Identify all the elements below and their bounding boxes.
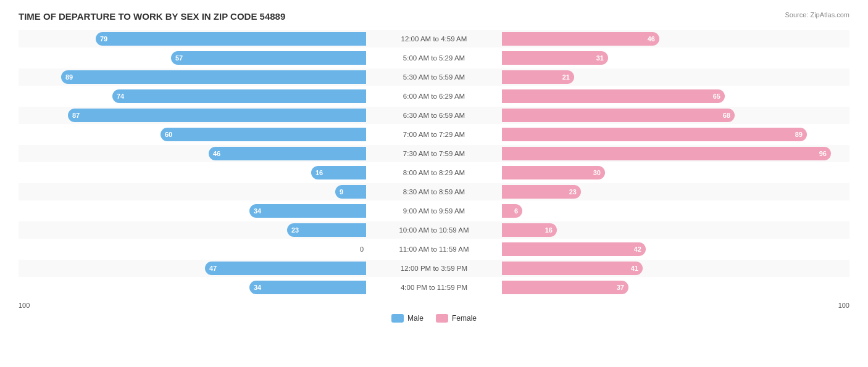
female-bar-section: 65 bbox=[502, 89, 849, 103]
male-value-label: 46 bbox=[209, 150, 220, 157]
female-bar: 21 bbox=[502, 70, 574, 84]
female-value-label: 65 bbox=[713, 93, 725, 100]
male-bar-section: 34 bbox=[19, 204, 366, 218]
time-label: 7:30 AM to 7:59 AM bbox=[366, 150, 502, 157]
legend-female-label: Female bbox=[452, 314, 477, 323]
axis-row: 100 100 bbox=[19, 302, 849, 309]
legend-row: Male Female bbox=[19, 314, 849, 323]
male-bar-section: 46 bbox=[19, 147, 366, 160]
female-bar-section: 41 bbox=[502, 262, 849, 275]
table-row: 467:30 AM to 7:59 AM96 bbox=[19, 145, 849, 162]
legend-female-swatch bbox=[436, 314, 448, 323]
time-label: 8:30 AM to 8:59 AM bbox=[366, 188, 502, 196]
table-row: 7912:00 AM to 4:59 AM46 bbox=[19, 30, 849, 47]
time-label: 6:00 AM to 6:29 AM bbox=[366, 93, 502, 100]
time-label: 4:00 PM to 11:59 PM bbox=[366, 284, 502, 291]
legend-male: Male bbox=[391, 314, 424, 323]
female-bar-section: 96 bbox=[502, 147, 849, 160]
female-bar: 68 bbox=[502, 109, 735, 122]
female-bar-section: 46 bbox=[502, 32, 849, 46]
female-value-label: 46 bbox=[648, 35, 659, 43]
female-bar-section: 89 bbox=[502, 128, 849, 141]
male-bar: 87 bbox=[68, 109, 366, 122]
female-bar: 41 bbox=[502, 262, 643, 275]
table-row: 895:30 AM to 5:59 AM21 bbox=[19, 68, 849, 86]
female-value-label: 68 bbox=[723, 112, 735, 119]
chart-title: TIME OF DEPARTURE TO WORK BY SEX IN ZIP … bbox=[19, 11, 849, 22]
male-value-label: 60 bbox=[161, 131, 172, 138]
female-bar-section: 42 bbox=[502, 242, 849, 256]
male-bar-section: 57 bbox=[19, 51, 366, 65]
axis-right: 100 bbox=[500, 302, 849, 309]
time-label: 9:00 AM to 9:59 AM bbox=[366, 207, 502, 215]
female-value-label: 41 bbox=[631, 265, 643, 272]
axis-left: 100 bbox=[19, 302, 368, 309]
time-label: 10:00 AM to 10:59 AM bbox=[366, 226, 502, 234]
female-bar-section: 30 bbox=[502, 166, 849, 179]
female-bar: 30 bbox=[502, 166, 605, 179]
female-bar: 37 bbox=[502, 281, 628, 294]
table-row: 168:00 AM to 8:29 AM30 bbox=[19, 164, 849, 181]
male-value-label: 57 bbox=[171, 54, 183, 62]
time-label: 7:00 AM to 7:29 AM bbox=[366, 131, 502, 138]
female-bar: 46 bbox=[502, 32, 659, 46]
legend-female: Female bbox=[436, 314, 477, 323]
male-bar-section: 9 bbox=[19, 185, 366, 199]
male-bar: 60 bbox=[161, 128, 366, 141]
male-bar-section: 87 bbox=[19, 109, 366, 122]
male-bar: 16 bbox=[311, 166, 366, 179]
table-row: 4712:00 PM to 3:59 PM41 bbox=[19, 260, 849, 277]
time-label: 5:30 AM to 5:59 AM bbox=[366, 73, 502, 81]
male-value-label: 89 bbox=[61, 73, 73, 81]
male-bar-section: 60 bbox=[19, 128, 366, 141]
female-bar: 6 bbox=[502, 204, 522, 218]
male-bar-section: 47 bbox=[19, 262, 366, 275]
male-bar: 89 bbox=[61, 70, 366, 84]
female-value-label: 42 bbox=[634, 245, 646, 253]
time-label: 12:00 AM to 4:59 AM bbox=[366, 35, 502, 43]
female-bar-section: 21 bbox=[502, 70, 849, 84]
male-bar-section: 74 bbox=[19, 89, 366, 103]
male-bar: 57 bbox=[171, 51, 366, 65]
male-bar-section: 34 bbox=[19, 281, 366, 294]
female-value-label: 37 bbox=[617, 284, 628, 291]
time-label: 12:00 PM to 3:59 PM bbox=[366, 265, 502, 272]
female-value-label: 31 bbox=[596, 54, 608, 62]
axis-val-right: 100 bbox=[838, 302, 849, 309]
male-value-label: 16 bbox=[311, 169, 323, 176]
table-row: 98:30 AM to 8:59 AM23 bbox=[19, 183, 849, 200]
female-bar-section: 37 bbox=[502, 281, 849, 294]
female-value-label: 89 bbox=[795, 131, 807, 138]
female-bar: 16 bbox=[502, 223, 557, 237]
table-row: 349:00 AM to 9:59 AM6 bbox=[19, 202, 849, 220]
male-value-label: 9 bbox=[335, 188, 343, 196]
chart-container: TIME OF DEPARTURE TO WORK BY SEX IN ZIP … bbox=[0, 0, 868, 367]
male-bar: 34 bbox=[249, 204, 366, 218]
male-value-label: 23 bbox=[287, 226, 299, 234]
legend-male-swatch bbox=[391, 314, 404, 323]
time-label: 5:00 AM to 5:29 AM bbox=[366, 54, 502, 62]
male-bar: 46 bbox=[209, 147, 366, 160]
female-value-label: 96 bbox=[819, 150, 831, 157]
female-value-label: 30 bbox=[593, 169, 605, 176]
female-value-label: 23 bbox=[569, 188, 581, 196]
female-bar-section: 68 bbox=[502, 109, 849, 122]
female-bar: 96 bbox=[502, 147, 831, 160]
table-row: 011:00 AM to 11:59 AM42 bbox=[19, 241, 849, 258]
male-bar: 34 bbox=[249, 281, 366, 294]
female-value-label: 16 bbox=[545, 226, 557, 234]
table-row: 607:00 AM to 7:29 AM89 bbox=[19, 126, 849, 143]
table-row: 344:00 PM to 11:59 PM37 bbox=[19, 279, 849, 296]
time-label: 8:00 AM to 8:29 AM bbox=[366, 169, 502, 176]
male-value-label: 87 bbox=[68, 112, 80, 119]
axis-val-left: 100 bbox=[19, 302, 30, 309]
female-bar: 42 bbox=[502, 242, 646, 256]
male-value-label: 79 bbox=[96, 35, 107, 43]
chart-area: 7912:00 AM to 4:59 AM46575:00 AM to 5:29… bbox=[19, 30, 849, 298]
female-bar-section: 16 bbox=[502, 223, 849, 237]
male-bar: 74 bbox=[112, 89, 366, 103]
female-value-label: 6 bbox=[514, 207, 522, 215]
source-label: Source: ZipAtlas.com bbox=[785, 11, 849, 19]
male-value-label: 34 bbox=[249, 284, 261, 291]
female-bar-section: 6 bbox=[502, 204, 849, 218]
